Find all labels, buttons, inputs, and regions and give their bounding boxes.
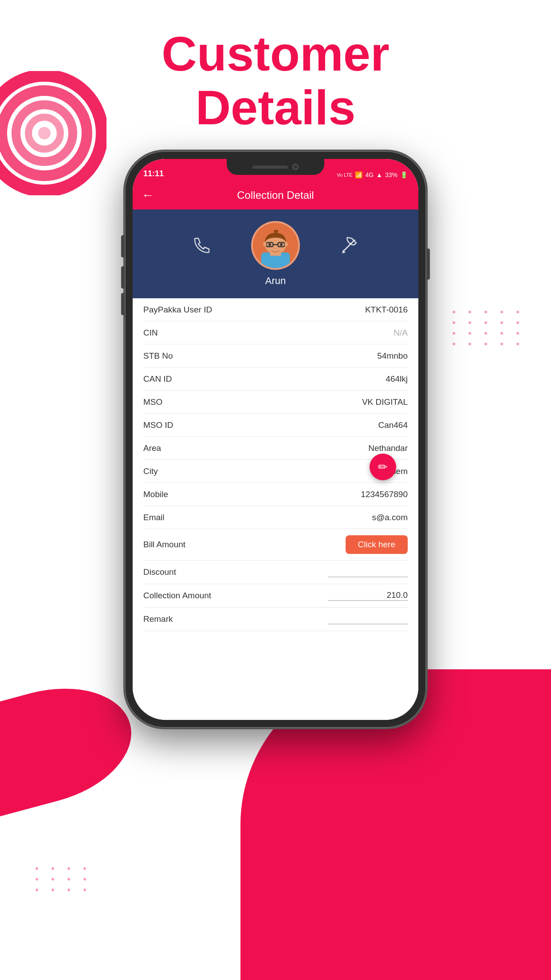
detail-value: Can464 — [378, 420, 408, 430]
details-list: PayPakka User IDKTKT-0016CINN/ASTB No54m… — [133, 298, 418, 720]
notch-speaker — [252, 166, 288, 169]
detail-value: VK DIGITAL — [362, 397, 408, 407]
edit-icon: ✏ — [378, 460, 388, 474]
app-header: ← Collection Detail — [133, 181, 418, 209]
dots-decoration-right — [453, 311, 524, 345]
network-indicator: Vo LTE — [337, 172, 352, 178]
detail-label: CAN ID — [143, 374, 172, 384]
detail-value: s@a.com — [372, 513, 408, 522]
avatar — [251, 221, 300, 270]
detail-value: 1234567890 — [361, 490, 408, 499]
curve-bottom-left — [0, 670, 145, 823]
detail-row: PayPakka User IDKTKT-0016 — [143, 298, 408, 321]
detail-label: PayPakka User ID — [143, 305, 212, 315]
profile-name: Arun — [265, 275, 286, 287]
svg-point-15 — [284, 242, 287, 246]
detail-label: Discount — [143, 567, 176, 577]
phone-notch — [227, 159, 324, 175]
profile-section: Arun — [133, 209, 418, 298]
detail-row: Emails@a.com — [143, 506, 408, 529]
detail-row: CAN ID464lkj — [143, 368, 408, 391]
tools-icon — [338, 235, 360, 256]
detail-label: Bill Amount — [143, 540, 185, 549]
svg-point-12 — [280, 243, 283, 246]
notch-camera — [292, 164, 299, 170]
detail-value: N/A — [394, 328, 408, 338]
svg-point-11 — [268, 243, 271, 246]
detail-label: MSO — [143, 397, 162, 407]
detail-value: Nethandar — [368, 443, 408, 453]
detail-input-11[interactable] — [328, 567, 408, 577]
back-button[interactable]: ← — [142, 188, 154, 202]
phone-screen: 11:11 Vo LTE 📶 4G ▲ 33% 🔋 ← Collection D… — [133, 159, 418, 720]
phone-mockup: 11:11 Vo LTE 📶 4G ▲ 33% 🔋 ← Collection D… — [125, 151, 426, 728]
detail-row: Remark — [143, 608, 408, 631]
detail-value: KTKT-0016 — [365, 305, 408, 315]
detail-label: STB No — [143, 351, 173, 361]
battery-indicator: 33% — [385, 171, 398, 178]
status-time: 11:11 — [143, 169, 164, 178]
detail-row: AreaNethandar — [143, 437, 408, 460]
detail-label: Collection Amount — [143, 591, 211, 601]
detail-row: MSO IDCan464 — [143, 414, 408, 437]
svg-point-13 — [274, 248, 277, 249]
signal-bars-icon: ▲ — [376, 171, 382, 178]
detail-row: CINN/A — [143, 321, 408, 344]
battery-icon: 🔋 — [400, 171, 408, 178]
detail-row: Collection Amount — [143, 584, 408, 608]
detail-row: Mobile1234567890 — [143, 483, 408, 506]
profile-icons-row — [191, 221, 360, 270]
detail-label: City — [143, 466, 158, 476]
detail-label: MSO ID — [143, 420, 173, 430]
svg-point-14 — [263, 242, 266, 246]
phone-shell: 11:11 Vo LTE 📶 4G ▲ 33% 🔋 ← Collection D… — [125, 151, 426, 728]
svg-line-16 — [344, 240, 354, 251]
detail-row: Discount — [143, 561, 408, 584]
detail-label: Remark — [143, 614, 173, 624]
detail-value: 464lkj — [386, 374, 408, 384]
detail-label: Email — [143, 513, 165, 522]
detail-input-12[interactable] — [328, 590, 408, 601]
detail-label: Mobile — [143, 490, 168, 499]
header-title: Collection Detail — [161, 189, 390, 202]
dots-decoration-bottom — [35, 867, 91, 891]
fab-edit-button[interactable]: ✏ — [370, 454, 396, 480]
click-here-button[interactable]: Click here — [346, 535, 408, 554]
detail-row: MSOVK DIGITAL — [143, 391, 408, 414]
detail-row: Bill AmountClick here — [143, 529, 408, 561]
detail-input-13[interactable] — [328, 614, 408, 624]
detail-row: STB No54mnbo — [143, 344, 408, 368]
status-icons: Vo LTE 📶 4G ▲ 33% 🔋 — [337, 171, 408, 178]
signal-icon: 📶 — [355, 171, 362, 178]
phone-icon[interactable] — [191, 235, 213, 256]
detail-row: CitySalem — [143, 460, 408, 483]
detail-label: CIN — [143, 328, 158, 338]
detail-label: Area — [143, 443, 161, 453]
4g-indicator: 4G — [365, 171, 374, 178]
page-title: Customer Details — [0, 27, 551, 134]
detail-value: 54mnbo — [377, 351, 408, 361]
